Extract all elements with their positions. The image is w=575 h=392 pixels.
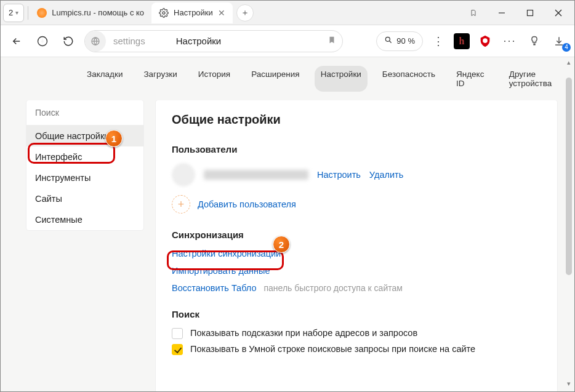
gear-icon — [159, 8, 169, 18]
option-label: Показывать подсказки при наборе адресов … — [190, 328, 417, 338]
zoom-chip[interactable]: 90 % — [376, 31, 423, 51]
close-window-button[interactable] — [545, 2, 572, 24]
search-heading: Поиск — [172, 309, 541, 319]
orange-favicon — [37, 8, 47, 18]
navigation-bar: settings Настройки 90 % ⋮ h ··· 4 — [1, 25, 574, 57]
top-tab-other-devices[interactable]: Другие устройства — [503, 66, 574, 92]
top-tab-yandex-id[interactable]: Яндекс ID — [450, 66, 494, 92]
scroll-up-icon[interactable]: ▴ — [567, 58, 571, 66]
configure-user-link[interactable]: Настроить — [317, 170, 361, 180]
extension-adblock-icon[interactable] — [476, 32, 494, 50]
sidebar-search-placeholder: Поиск — [35, 108, 59, 118]
plus-icon: + — [172, 195, 190, 214]
content-area: Закладки Загрузки История Расширения Нас… — [1, 57, 574, 392]
avatar — [172, 163, 195, 186]
settings-top-tabs: Закладки Загрузки История Расширения Нас… — [1, 57, 574, 100]
svg-point-7 — [386, 37, 390, 41]
omnibox[interactable]: settings Настройки — [84, 30, 343, 52]
scrollbar[interactable]: ▴ ▾ — [565, 58, 573, 388]
menu-more-icon[interactable]: ⋮ — [429, 32, 448, 50]
restore-tablo-link[interactable]: Восстановить Табло — [172, 283, 257, 293]
tab-settings[interactable]: Настройки ✕ — [151, 2, 233, 23]
svg-point-8 — [483, 38, 488, 43]
zoom-value: 90 % — [396, 36, 415, 46]
sidebar-item-sites[interactable]: Сайты — [26, 188, 143, 209]
top-tab-downloads[interactable]: Загрузки — [137, 66, 183, 92]
settings-sidebar: Поиск Общие настройки Интерфейс Инструме… — [26, 100, 143, 230]
users-heading: Пользователи — [172, 144, 541, 154]
top-tab-settings[interactable]: Настройки — [315, 66, 368, 92]
tab-lumpics[interactable]: Lumpics.ru - помощь с ко — [30, 2, 151, 23]
top-tab-history[interactable]: История — [192, 66, 236, 92]
delete-user-link[interactable]: Удалить — [369, 170, 403, 180]
tab-group-count: 2 — [9, 8, 13, 17]
top-tab-extensions[interactable]: Расширения — [245, 66, 306, 92]
sidebar-search[interactable]: Поиск — [26, 100, 143, 126]
back-button[interactable] — [7, 31, 26, 51]
extension-h-icon[interactable]: h — [454, 33, 470, 49]
user-row: Настроить Удалить — [172, 163, 541, 186]
overflow-icon[interactable]: ··· — [501, 32, 519, 50]
omnibox-page-title: Настройки — [176, 36, 222, 46]
sidebar-item-interface[interactable]: Интерфейс — [26, 146, 143, 167]
option-label: Показывать в Умной строке поисковые запр… — [190, 344, 475, 354]
sidebar-panel-icon[interactable] — [525, 32, 544, 50]
svg-point-0 — [163, 12, 165, 14]
svg-rect-2 — [528, 10, 533, 15]
add-user-link[interactable]: Добавить пользователя — [198, 199, 296, 209]
new-tab-button[interactable]: ＋ — [236, 4, 254, 22]
settings-panel: Общие настройки Пользователи Настроить У… — [156, 100, 557, 392]
bookmark-icon[interactable] — [328, 36, 336, 46]
add-user-row[interactable]: + Добавить пользователя — [172, 195, 541, 214]
checkbox-checked[interactable] — [172, 344, 183, 355]
sync-heading: Синхронизация — [172, 230, 541, 240]
scroll-down-icon[interactable]: ▾ — [567, 380, 571, 388]
panel-heading: Общие настройки — [172, 113, 541, 127]
chevron-down-icon: ▾ — [15, 9, 18, 16]
tab-label: Lumpics.ru - помощь с ко — [52, 8, 144, 17]
site-info-icon[interactable] — [85, 31, 106, 52]
omnibox-address: settings — [113, 36, 145, 46]
sidebar-item-tools[interactable]: Инструменты — [26, 167, 143, 188]
sidebar-item-system[interactable]: Системные — [26, 209, 143, 230]
maximize-button[interactable] — [517, 2, 544, 24]
annotation-badge-1: 1 — [105, 130, 123, 147]
restore-tablo-hint: панель быстрого доступа к сайтам — [264, 283, 403, 293]
option-smartline[interactable]: Показывать в Умной строке поисковые запр… — [172, 344, 541, 355]
option-suggestions[interactable]: Показывать подсказки при наборе адресов … — [172, 328, 541, 339]
tab-group-badge[interactable]: 2 ▾ — [3, 4, 24, 22]
yandex-home-button[interactable] — [33, 31, 52, 51]
annotation-badge-2: 2 — [273, 236, 290, 253]
sidebar-item-general[interactable]: Общие настройки — [26, 126, 143, 146]
reload-button[interactable] — [58, 31, 78, 51]
titlebar: 2 ▾ Lumpics.ru - помощь с ко Настройки ✕… — [1, 1, 574, 25]
minimize-button[interactable] — [488, 2, 515, 24]
tab-label: Настройки — [174, 8, 213, 17]
close-icon[interactable]: ✕ — [218, 8, 225, 18]
bookmark-star-icon[interactable] — [460, 2, 487, 24]
sync-settings-link[interactable]: Настройки синхронизации — [172, 249, 541, 258]
checkbox-unchecked[interactable] — [172, 328, 183, 339]
downloads-button[interactable]: 4 — [550, 32, 568, 50]
download-count-badge: 4 — [562, 43, 571, 52]
tab-separator — [28, 6, 28, 20]
top-tab-bookmarks[interactable]: Закладки — [81, 66, 129, 92]
user-name-blurred — [204, 170, 308, 180]
top-tab-security[interactable]: Безопасность — [376, 66, 441, 92]
magnifier-icon — [384, 36, 393, 46]
scrollbar-thumb[interactable] — [566, 78, 572, 275]
import-data-link[interactable]: Импортировать данные — [172, 266, 541, 276]
